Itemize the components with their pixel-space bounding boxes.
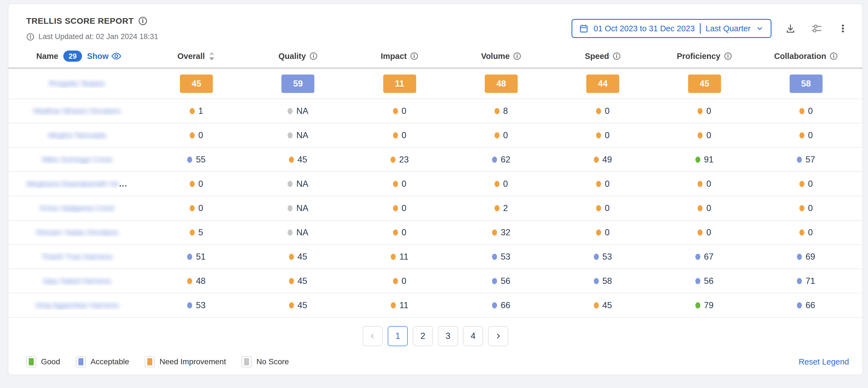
score-cell: 79 bbox=[653, 300, 755, 310]
table-row: Ajay Sakal Harness4845056585671 bbox=[8, 269, 862, 293]
pagination-prev-button[interactable] bbox=[363, 326, 383, 346]
member-name: Propelo Teams bbox=[50, 79, 105, 88]
info-icon[interactable] bbox=[309, 52, 318, 60]
column-label: Proficiency bbox=[677, 52, 720, 61]
name-cell[interactable]: Thanh Tran Harness bbox=[8, 252, 146, 261]
score-dot bbox=[393, 181, 398, 187]
score-value: 69 bbox=[806, 252, 815, 262]
score-cell: 56 bbox=[451, 276, 552, 286]
show-names-toggle[interactable]: Show bbox=[87, 51, 121, 61]
date-range-picker[interactable]: 01 Oct 2023 to 31 Dec 2023 Last Quarter bbox=[571, 19, 772, 38]
score-cell: 11 bbox=[349, 252, 451, 262]
pagination-page-4[interactable]: 4 bbox=[463, 326, 483, 346]
settings-sliders-button[interactable] bbox=[809, 21, 824, 36]
name-cell[interactable]: Ajay Sakal Harness bbox=[8, 277, 146, 286]
legend-label: Need Improvement bbox=[159, 357, 226, 366]
download-button[interactable] bbox=[783, 21, 798, 36]
score-value: 23 bbox=[399, 155, 409, 165]
score-cell: 8 bbox=[451, 106, 552, 116]
name-cell[interactable]: Viraj Ajgaonkar Harness bbox=[8, 301, 146, 310]
score-cell: 49 bbox=[552, 155, 653, 165]
legend-item-need-improvement[interactable]: Need Improvement bbox=[145, 356, 226, 367]
score-cell: 45 bbox=[146, 74, 247, 93]
score-cell: 58 bbox=[552, 276, 653, 286]
column-header-quality[interactable]: Quality bbox=[247, 52, 349, 61]
legend-item-acceptable[interactable]: Acceptable bbox=[76, 356, 129, 367]
column-header-speed[interactable]: Speed bbox=[552, 52, 653, 61]
legend-item-good[interactable]: Good bbox=[26, 356, 60, 367]
score-dot bbox=[799, 181, 804, 187]
score-cell: 0 bbox=[552, 228, 653, 238]
score-dot bbox=[287, 132, 292, 139]
column-header-collaboration[interactable]: Collaboration bbox=[755, 52, 857, 61]
score-value: NA bbox=[296, 106, 308, 116]
score-cell: 45 bbox=[247, 155, 349, 165]
score-badge: 11 bbox=[383, 74, 416, 93]
column-header-volume[interactable]: Volume bbox=[451, 52, 552, 61]
info-icon[interactable] bbox=[513, 52, 521, 60]
name-cell[interactable]: Madhav Bhasin Devdans bbox=[8, 107, 146, 116]
score-cell: NA bbox=[247, 130, 349, 141]
score-value: 45 bbox=[298, 252, 307, 262]
score-value: 0 bbox=[402, 179, 406, 189]
name-cell[interactable]: Meghana Dwarakanath Ve... bbox=[8, 179, 146, 188]
pagination-next-button[interactable] bbox=[488, 326, 508, 346]
score-value: 66 bbox=[806, 300, 815, 310]
name-cell[interactable]: Krina Vadgama Crest bbox=[8, 204, 146, 213]
name-cell[interactable]: Shivam Yadav Devdans bbox=[8, 228, 146, 237]
score-cell: 53 bbox=[451, 252, 552, 262]
score-dot bbox=[391, 302, 396, 308]
score-dot bbox=[495, 132, 500, 139]
score-dot bbox=[698, 181, 703, 187]
info-icon[interactable] bbox=[410, 52, 418, 60]
score-cell: 11 bbox=[349, 74, 451, 93]
info-icon[interactable] bbox=[613, 52, 621, 60]
score-value: 51 bbox=[196, 252, 205, 262]
score-value: 0 bbox=[808, 106, 813, 116]
kebab-menu-button[interactable] bbox=[836, 21, 850, 36]
column-header-overall[interactable]: Overall bbox=[146, 51, 247, 61]
column-header-proficiency[interactable]: Proficiency bbox=[653, 52, 755, 61]
name-cell[interactable]: Mike Somogyi Crest bbox=[8, 155, 146, 164]
info-icon[interactable] bbox=[724, 52, 732, 60]
sort-icon[interactable] bbox=[208, 51, 215, 61]
info-icon[interactable] bbox=[830, 52, 838, 60]
score-cell: 0 bbox=[653, 203, 755, 213]
legend-item-no-score[interactable]: No Score bbox=[242, 356, 289, 367]
member-name: Meghana Dwarakanath Ve bbox=[27, 179, 119, 188]
pagination-page-2[interactable]: 2 bbox=[413, 326, 433, 346]
score-value: 0 bbox=[402, 228, 406, 238]
title-info-icon[interactable] bbox=[138, 16, 148, 26]
legend-label: Good bbox=[41, 357, 60, 366]
score-cell: 0 bbox=[349, 179, 451, 189]
name-column-label: Name bbox=[36, 52, 58, 61]
score-value: NA bbox=[296, 228, 308, 238]
score-cell: NA bbox=[247, 179, 349, 189]
score-value: 0 bbox=[706, 228, 711, 238]
score-cell: 23 bbox=[349, 155, 451, 165]
score-value: 0 bbox=[503, 179, 508, 189]
name-cell[interactable]: Propelo Teams bbox=[8, 79, 146, 88]
score-dot bbox=[797, 157, 802, 163]
pagination-page-3[interactable]: 3 bbox=[438, 326, 458, 346]
member-name: Viraj Ajgaonkar Harness bbox=[35, 301, 119, 310]
score-cell: 53 bbox=[552, 252, 653, 262]
score-dot bbox=[287, 230, 292, 236]
reset-legend-link[interactable]: Reset Legend bbox=[799, 357, 849, 366]
column-label: Collaboration bbox=[774, 52, 826, 61]
name-cell[interactable]: Megha Tamvada bbox=[8, 131, 146, 140]
pagination-page-1[interactable]: 1 bbox=[388, 326, 408, 346]
score-value: 0 bbox=[808, 130, 813, 141]
score-value: 62 bbox=[501, 155, 510, 165]
column-header-impact[interactable]: Impact bbox=[349, 52, 451, 61]
last-updated-info-icon[interactable] bbox=[26, 33, 35, 41]
score-value: 0 bbox=[198, 203, 203, 213]
table-body: Propelo Teams45591148444558Madhav Bhasin… bbox=[8, 69, 862, 318]
score-dot bbox=[289, 254, 294, 260]
score-dot bbox=[187, 278, 192, 284]
score-badge: 58 bbox=[789, 74, 823, 93]
table-row: Madhav Bhasin Devdans1NA08000 bbox=[8, 99, 862, 123]
score-value: 71 bbox=[806, 276, 815, 286]
column-label: Quality bbox=[278, 52, 306, 61]
table-row: Krina Vadgama Crest0NA02000 bbox=[8, 196, 862, 220]
